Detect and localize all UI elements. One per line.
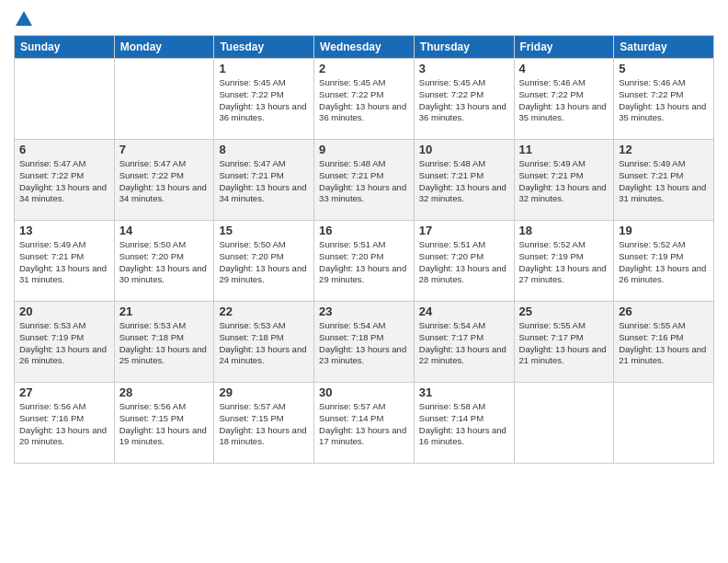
day-number: 2 <box>319 62 409 75</box>
calendar-week-row: 13Sunrise: 5:49 AMSunset: 7:21 PMDayligh… <box>15 221 714 302</box>
weekday-header: Friday <box>514 36 614 59</box>
calendar-header-row: SundayMondayTuesdayWednesdayThursdayFrid… <box>15 36 714 59</box>
day-info: Sunrise: 5:53 AMSunset: 7:19 PMDaylight:… <box>19 320 109 367</box>
day-info: Sunrise: 5:56 AMSunset: 7:15 PMDaylight:… <box>119 401 210 448</box>
day-info: Sunrise: 5:57 AMSunset: 7:14 PMDaylight:… <box>319 401 409 448</box>
calendar-cell: 18Sunrise: 5:52 AMSunset: 7:19 PMDayligh… <box>514 221 614 302</box>
day-info: Sunrise: 5:45 AMSunset: 7:22 PMDaylight:… <box>219 77 309 124</box>
calendar-cell: 31Sunrise: 5:58 AMSunset: 7:14 PMDayligh… <box>414 383 514 464</box>
day-number: 19 <box>619 224 709 237</box>
calendar-cell: 12Sunrise: 5:49 AMSunset: 7:21 PMDayligh… <box>614 140 714 221</box>
day-number: 24 <box>419 304 509 318</box>
calendar-week-row: 1Sunrise: 5:45 AMSunset: 7:22 PMDaylight… <box>15 59 714 140</box>
logo <box>14 9 36 29</box>
day-info: Sunrise: 5:47 AMSunset: 7:22 PMDaylight:… <box>19 158 109 205</box>
day-number: 18 <box>519 224 609 237</box>
calendar-cell: 22Sunrise: 5:53 AMSunset: 7:18 PMDayligh… <box>214 302 314 383</box>
day-info: Sunrise: 5:46 AMSunset: 7:22 PMDaylight:… <box>619 77 709 124</box>
day-number: 14 <box>119 224 210 237</box>
day-number: 6 <box>19 143 109 156</box>
day-info: Sunrise: 5:45 AMSunset: 7:22 PMDaylight:… <box>419 77 509 124</box>
day-info: Sunrise: 5:54 AMSunset: 7:17 PMDaylight:… <box>419 320 509 367</box>
weekday-header: Thursday <box>414 36 514 59</box>
weekday-header: Saturday <box>614 36 714 59</box>
day-number: 3 <box>419 62 509 75</box>
calendar-cell: 6Sunrise: 5:47 AMSunset: 7:22 PMDaylight… <box>15 140 115 221</box>
day-info: Sunrise: 5:48 AMSunset: 7:21 PMDaylight:… <box>319 158 409 205</box>
page: SundayMondayTuesdayWednesdayThursdayFrid… <box>0 0 728 563</box>
calendar-cell: 15Sunrise: 5:50 AMSunset: 7:20 PMDayligh… <box>214 221 314 302</box>
day-info: Sunrise: 5:53 AMSunset: 7:18 PMDaylight:… <box>119 320 210 367</box>
day-number: 25 <box>519 304 609 318</box>
calendar-cell <box>15 59 115 140</box>
day-number: 15 <box>219 224 309 237</box>
day-number: 20 <box>19 304 109 318</box>
day-number: 28 <box>119 385 210 399</box>
day-info: Sunrise: 5:54 AMSunset: 7:18 PMDaylight:… <box>319 320 409 367</box>
day-info: Sunrise: 5:55 AMSunset: 7:17 PMDaylight:… <box>519 320 609 367</box>
calendar-cell: 7Sunrise: 5:47 AMSunset: 7:22 PMDaylight… <box>114 140 214 221</box>
day-number: 17 <box>419 224 509 237</box>
calendar-week-row: 6Sunrise: 5:47 AMSunset: 7:22 PMDaylight… <box>15 140 714 221</box>
day-number: 27 <box>19 385 109 399</box>
calendar-cell: 10Sunrise: 5:48 AMSunset: 7:21 PMDayligh… <box>414 140 514 221</box>
calendar-cell: 23Sunrise: 5:54 AMSunset: 7:18 PMDayligh… <box>314 302 415 383</box>
calendar-cell: 11Sunrise: 5:49 AMSunset: 7:21 PMDayligh… <box>514 140 614 221</box>
calendar-cell: 9Sunrise: 5:48 AMSunset: 7:21 PMDaylight… <box>314 140 415 221</box>
day-number: 1 <box>219 62 309 75</box>
day-number: 11 <box>519 143 609 156</box>
day-number: 13 <box>19 224 109 237</box>
calendar-cell: 26Sunrise: 5:55 AMSunset: 7:16 PMDayligh… <box>614 302 714 383</box>
calendar-cell: 13Sunrise: 5:49 AMSunset: 7:21 PMDayligh… <box>15 221 115 302</box>
calendar-cell: 19Sunrise: 5:52 AMSunset: 7:19 PMDayligh… <box>614 221 714 302</box>
calendar-week-row: 27Sunrise: 5:56 AMSunset: 7:16 PMDayligh… <box>15 383 714 464</box>
calendar-cell: 27Sunrise: 5:56 AMSunset: 7:16 PMDayligh… <box>15 383 115 464</box>
calendar-cell: 21Sunrise: 5:53 AMSunset: 7:18 PMDayligh… <box>114 302 214 383</box>
day-info: Sunrise: 5:47 AMSunset: 7:22 PMDaylight:… <box>119 158 210 205</box>
calendar-cell <box>614 383 714 464</box>
day-info: Sunrise: 5:49 AMSunset: 7:21 PMDaylight:… <box>519 158 609 205</box>
calendar-cell <box>114 59 214 140</box>
logo-icon <box>14 9 34 29</box>
calendar-cell: 17Sunrise: 5:51 AMSunset: 7:20 PMDayligh… <box>414 221 514 302</box>
header <box>14 9 714 29</box>
day-info: Sunrise: 5:58 AMSunset: 7:14 PMDaylight:… <box>419 401 509 448</box>
day-number: 26 <box>619 304 709 318</box>
calendar-cell: 20Sunrise: 5:53 AMSunset: 7:19 PMDayligh… <box>15 302 115 383</box>
calendar-cell: 3Sunrise: 5:45 AMSunset: 7:22 PMDaylight… <box>414 59 514 140</box>
calendar-cell: 24Sunrise: 5:54 AMSunset: 7:17 PMDayligh… <box>414 302 514 383</box>
day-info: Sunrise: 5:53 AMSunset: 7:18 PMDaylight:… <box>219 320 309 367</box>
weekday-header: Monday <box>114 36 214 59</box>
day-info: Sunrise: 5:47 AMSunset: 7:21 PMDaylight:… <box>219 158 309 205</box>
day-number: 23 <box>319 304 409 318</box>
calendar-cell: 4Sunrise: 5:46 AMSunset: 7:22 PMDaylight… <box>514 59 614 140</box>
day-number: 29 <box>219 385 309 399</box>
day-info: Sunrise: 5:45 AMSunset: 7:22 PMDaylight:… <box>319 77 409 124</box>
day-info: Sunrise: 5:50 AMSunset: 7:20 PMDaylight:… <box>219 239 309 286</box>
calendar-cell: 1Sunrise: 5:45 AMSunset: 7:22 PMDaylight… <box>214 59 314 140</box>
calendar-cell <box>514 383 614 464</box>
day-info: Sunrise: 5:51 AMSunset: 7:20 PMDaylight:… <box>319 239 409 286</box>
day-number: 10 <box>419 143 509 156</box>
calendar-cell: 8Sunrise: 5:47 AMSunset: 7:21 PMDaylight… <box>214 140 314 221</box>
weekday-header: Tuesday <box>214 36 314 59</box>
day-info: Sunrise: 5:46 AMSunset: 7:22 PMDaylight:… <box>519 77 609 124</box>
day-info: Sunrise: 5:49 AMSunset: 7:21 PMDaylight:… <box>619 158 709 205</box>
calendar-cell: 16Sunrise: 5:51 AMSunset: 7:20 PMDayligh… <box>314 221 415 302</box>
day-number: 22 <box>219 304 309 318</box>
day-info: Sunrise: 5:56 AMSunset: 7:16 PMDaylight:… <box>19 401 109 448</box>
calendar-cell: 25Sunrise: 5:55 AMSunset: 7:17 PMDayligh… <box>514 302 614 383</box>
calendar-week-row: 20Sunrise: 5:53 AMSunset: 7:19 PMDayligh… <box>15 302 714 383</box>
day-number: 8 <box>219 143 309 156</box>
day-number: 12 <box>619 143 709 156</box>
day-info: Sunrise: 5:52 AMSunset: 7:19 PMDaylight:… <box>519 239 609 286</box>
day-number: 7 <box>119 143 210 156</box>
weekday-header: Sunday <box>15 36 115 59</box>
day-info: Sunrise: 5:51 AMSunset: 7:20 PMDaylight:… <box>419 239 509 286</box>
calendar-cell: 29Sunrise: 5:57 AMSunset: 7:15 PMDayligh… <box>214 383 314 464</box>
calendar-cell: 5Sunrise: 5:46 AMSunset: 7:22 PMDaylight… <box>614 59 714 140</box>
day-info: Sunrise: 5:48 AMSunset: 7:21 PMDaylight:… <box>419 158 509 205</box>
day-number: 16 <box>319 224 409 237</box>
day-number: 4 <box>519 62 609 75</box>
day-info: Sunrise: 5:50 AMSunset: 7:20 PMDaylight:… <box>119 239 210 286</box>
